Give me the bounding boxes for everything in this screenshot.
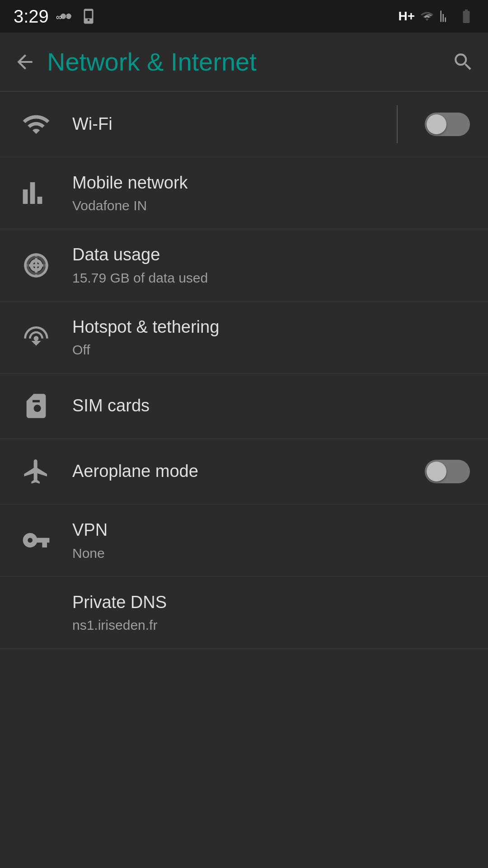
private-dns-icon [18,594,54,631]
search-button[interactable] [452,51,474,73]
private-dns-content: Private DNS ns1.iriseden.fr [72,591,470,634]
settings-item-private-dns[interactable]: Private DNS ns1.iriseden.fr [0,577,488,648]
status-time: 3:29 [14,6,49,27]
hotspot-subtitle: Off [72,341,470,359]
divider-8 [0,648,488,649]
settings-item-aeroplane-mode[interactable]: Aeroplane mode [0,439,488,504]
sim-cards-title: SIM cards [72,395,470,417]
settings-item-hotspot[interactable]: Hotspot & tethering Off [0,302,488,373]
data-usage-icon [18,247,54,283]
page-title: Network & Internet [47,47,452,76]
status-bar-left: 3:29 ∞ [14,6,97,27]
network-type-indicator: H+ [398,9,415,24]
data-usage-subtitle: 15.79 GB of data used [72,269,470,287]
airplane-icon [18,453,54,490]
wifi-title: Wi-Fi [72,113,416,135]
sim-cards-content: SIM cards [72,395,470,417]
aeroplane-toggle[interactable] [425,460,470,483]
mobile-network-subtitle: Vodafone IN [72,197,470,214]
status-bar-right: H+ [398,8,474,24]
data-usage-title: Data usage [72,244,470,266]
hotspot-title: Hotspot & tethering [72,316,470,338]
vpn-icon [18,522,54,558]
settings-item-sim-cards[interactable]: SIM cards [0,373,488,439]
settings-item-wifi[interactable]: Wi-Fi [0,92,488,157]
signal-strength-icon-left [439,9,453,23]
mobile-signal-icon [18,175,54,211]
aeroplane-toggle-switch[interactable] [425,460,470,483]
screen-lock-icon [80,8,97,24]
aeroplane-mode-content: Aeroplane mode [72,460,416,482]
app-bar: Network & Internet [0,33,488,91]
wifi-icon [18,106,54,142]
private-dns-subtitle: ns1.iriseden.fr [72,616,470,634]
settings-item-mobile-network[interactable]: Mobile network Vodafone IN [0,157,488,229]
signal-strength-icon-right [420,9,434,23]
mobile-network-content: Mobile network Vodafone IN [72,172,470,214]
private-dns-title: Private DNS [72,591,470,613]
data-usage-content: Data usage 15.79 GB of data used [72,244,470,286]
aeroplane-mode-title: Aeroplane mode [72,460,416,482]
hotspot-icon [18,319,54,355]
svg-text:∞: ∞ [56,13,62,22]
vpn-subtitle: None [72,544,470,562]
wifi-toggle[interactable] [425,113,470,136]
status-bar: 3:29 ∞ H+ [0,0,488,33]
infinite-icon: ∞ [56,10,76,23]
back-button[interactable] [14,51,36,73]
settings-item-vpn[interactable]: VPN None [0,505,488,576]
wifi-content: Wi-Fi [72,113,416,135]
mobile-network-title: Mobile network [72,172,470,194]
sim-card-icon [18,388,54,424]
hotspot-content: Hotspot & tethering Off [72,316,470,359]
settings-list: Wi-Fi Mobile network Vodafone IN [0,92,488,649]
settings-item-data-usage[interactable]: Data usage 15.79 GB of data used [0,229,488,301]
vpn-content: VPN None [72,519,470,561]
wifi-divider-line [397,105,398,143]
status-icons: ∞ [56,8,97,24]
vpn-title: VPN [72,519,470,541]
wifi-toggle-switch[interactable] [425,113,470,136]
battery-icon [458,8,474,24]
